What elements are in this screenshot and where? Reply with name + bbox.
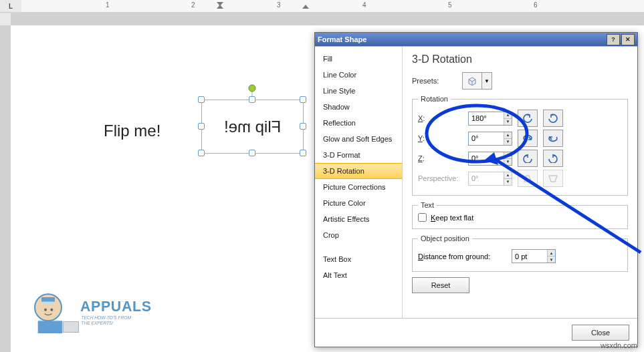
ruler-tab-corner[interactable]: L	[0, 0, 22, 13]
page-top-margin-shade	[11, 12, 644, 25]
nav-item-crop[interactable]: Crop	[315, 227, 402, 243]
dialog-title: Format Shape	[318, 35, 366, 43]
indent-marker-right[interactable]	[302, 5, 309, 9]
rotation-x-input[interactable]	[469, 112, 504, 125]
nav-item-picture-color[interactable]: Picture Color	[315, 195, 402, 211]
rotate-cw-icon	[548, 154, 558, 163]
nav-item-shadow[interactable]: Shadow	[315, 99, 402, 115]
spinner-up[interactable]: ▲	[504, 132, 512, 139]
dialog-footer: Close	[315, 318, 637, 347]
horizontal-ruler[interactable]: 1 2 3 4 5 6	[21, 0, 644, 13]
resize-handle-sw[interactable]	[198, 150, 205, 156]
rotate-y-up-button[interactable]	[518, 130, 538, 147]
svg-marker-4	[524, 176, 531, 182]
dialog-close-button[interactable]: ✕	[621, 34, 635, 45]
ruler-tick-label: 4	[362, 1, 366, 9]
svg-marker-5	[549, 176, 557, 182]
rotate-left-icon	[522, 114, 533, 123]
reset-button[interactable]: Reset	[412, 277, 469, 293]
nav-item-glow-and-soft-edges[interactable]: Glow and Soft Edges	[315, 131, 402, 147]
nav-item-line-style[interactable]: Line Style	[315, 83, 402, 99]
nav-item-artistic-effects[interactable]: Artistic Effects	[315, 211, 402, 227]
perspective-narrow-button	[518, 170, 538, 187]
ruler-tick-label: 6	[534, 1, 538, 9]
rotation-y-input[interactable]	[469, 132, 504, 145]
nav-item-picture-corrections[interactable]: Picture Corrections	[315, 179, 402, 195]
rotation-z-label: Z:	[418, 154, 468, 162]
dialog-nav: FillLine ColorLine StyleShadowReflection…	[315, 47, 403, 318]
panel-title: 3-D Rotation	[412, 53, 628, 65]
perspective-narrow-icon	[522, 174, 533, 183]
rotate-ccw-icon	[522, 154, 533, 163]
rotate-x-left-button[interactable]	[518, 110, 538, 127]
nav-item-3-d-format[interactable]: 3-D Format	[315, 147, 402, 163]
keep-text-flat-input[interactable]	[418, 213, 427, 222]
spinner-up[interactable]: ▲	[548, 250, 555, 256]
perspective-label: Perspective:	[418, 174, 468, 182]
nav-item-fill[interactable]: Fill	[315, 51, 402, 67]
textbox-shape[interactable]: Flip me!	[201, 100, 304, 154]
rotate-down-icon	[548, 134, 558, 143]
rotation-y-spinner[interactable]: ▲▼	[468, 132, 512, 146]
indent-marker-left[interactable]	[217, 5, 223, 9]
object-position-group: Object position Distance from ground: ▲▼	[412, 234, 628, 272]
perspective-wide-button	[543, 170, 563, 187]
resize-handle-se[interactable]	[300, 150, 306, 156]
keep-text-flat-checkbox[interactable]: Keep text flat	[418, 213, 473, 222]
textbox-content[interactable]: Flip me!	[224, 118, 281, 136]
rotation-z-spinner[interactable]: ▲▼	[468, 152, 512, 166]
source-note: wsxdn.com	[601, 341, 637, 349]
presets-label: Presets:	[412, 77, 462, 85]
ruler-tick-label: 3	[277, 1, 281, 9]
resize-handle-n[interactable]	[249, 96, 255, 103]
spinner-up[interactable]: ▲	[504, 112, 512, 119]
distance-spinner[interactable]: ▲▼	[512, 249, 556, 263]
dialog-help-button[interactable]: ?	[607, 34, 620, 45]
rotation-z-input[interactable]	[469, 152, 504, 165]
rotation-y-label: Y:	[418, 134, 468, 142]
resize-handle-e[interactable]	[300, 123, 306, 130]
perspective-wide-icon	[548, 174, 558, 183]
vertical-ruler-stub[interactable]	[0, 12, 11, 26]
close-button[interactable]: Close	[572, 325, 629, 341]
spinner-down[interactable]: ▼	[504, 159, 512, 165]
presets-button[interactable]	[462, 72, 482, 90]
nav-item-reflection[interactable]: Reflection	[315, 115, 402, 131]
resize-handle-w[interactable]	[198, 123, 205, 130]
dialog-body: FillLine ColorLine StyleShadowReflection…	[315, 46, 637, 318]
nav-item-3-d-rotation[interactable]: 3-D Rotation	[315, 163, 402, 179]
nav-item-alt-text[interactable]: Alt Text	[315, 267, 402, 283]
spinner-down[interactable]: ▼	[548, 256, 555, 262]
nav-item-text-box[interactable]: Text Box	[315, 251, 402, 267]
distance-label: Distance from ground:	[418, 252, 512, 260]
spinner-down[interactable]: ▼	[504, 139, 512, 145]
rotation-panel: 3-D Rotation Presets: ▼ Rotation X:	[403, 47, 637, 318]
presets-dropdown[interactable]: ▼	[482, 72, 492, 90]
document-text[interactable]: Flip me!	[104, 122, 160, 140]
rotate-y-down-button[interactable]	[543, 130, 563, 147]
dialog-titlebar[interactable]: Format Shape ? ✕	[315, 33, 637, 46]
rotate-up-icon	[522, 134, 533, 143]
text-group: Text Keep text flat	[412, 201, 628, 229]
spinner-up[interactable]: ▲	[504, 152, 512, 159]
rotate-z-ccw-button[interactable]	[518, 150, 538, 167]
ruler-tick-label: 5	[448, 1, 452, 9]
spinner-down[interactable]: ▼	[504, 119, 512, 125]
rotate-x-right-button[interactable]	[543, 110, 563, 127]
rotation-x-label: X:	[418, 114, 468, 122]
format-shape-dialog: Format Shape ? ✕ FillLine ColorLine Styl…	[314, 32, 638, 347]
rotation-x-spinner[interactable]: ▲▼	[468, 112, 512, 126]
resize-handle-nw[interactable]	[198, 96, 205, 103]
rotation-handle[interactable]	[249, 85, 256, 92]
perspective-input	[469, 172, 504, 185]
object-position-legend: Object position	[418, 234, 472, 242]
text-legend: Text	[418, 201, 437, 209]
distance-input[interactable]	[512, 250, 547, 262]
resize-handle-ne[interactable]	[300, 96, 306, 103]
resize-handle-s[interactable]	[249, 150, 255, 156]
ruler-tick-label: 1	[106, 1, 110, 9]
rotation-legend: Rotation	[418, 95, 451, 103]
nav-item-line-color[interactable]: Line Color	[315, 67, 402, 83]
rotate-z-cw-button[interactable]	[543, 150, 563, 167]
keep-text-flat-label: Keep text flat	[431, 214, 473, 222]
